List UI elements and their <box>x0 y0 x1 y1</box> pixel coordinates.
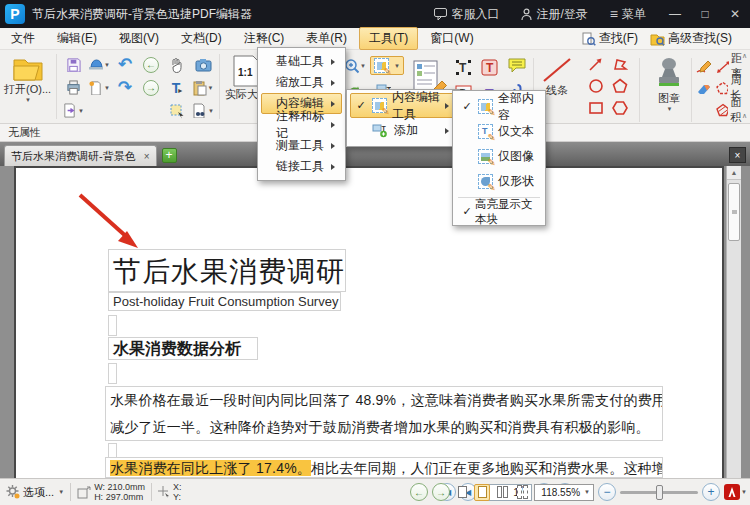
crosshair-icon <box>158 486 170 498</box>
toolbar-collapse2-icon[interactable]: ∧ <box>742 112 747 120</box>
support-button[interactable]: 客服入口 <box>426 6 507 23</box>
menu-view[interactable]: 视图(V) <box>109 27 169 50</box>
view-forward-button[interactable]: → <box>432 483 450 501</box>
continuous-mode-icon[interactable] <box>514 484 530 501</box>
doc-empty-block[interactable] <box>108 315 117 336</box>
zoom-in-button[interactable]: + <box>702 483 720 501</box>
doc-paragraph-block[interactable]: 水果价格在最近一段时间内同比回落了 48.9%，这意味着消费者购买水果所需支付的… <box>105 386 663 441</box>
export-page-icon[interactable]: ▼ <box>62 100 84 122</box>
save-icon[interactable] <box>62 54 84 76</box>
comment-note-icon[interactable] <box>506 55 528 77</box>
check-icon: ✓ <box>461 100 473 113</box>
polygon-line-shape-icon[interactable] <box>610 54 630 74</box>
two-page-mode-icon[interactable] <box>494 484 510 501</box>
tab-close-icon[interactable]: × <box>144 151 150 162</box>
document-close-button[interactable]: × <box>729 147 746 163</box>
toolbar-collapse-icon[interactable]: ∧ <box>742 52 747 60</box>
new-page-icon[interactable]: ▼ <box>88 77 110 99</box>
menu-item-text-only[interactable]: 仅文本 <box>456 119 542 144</box>
menu-tools[interactable]: 工具(T) <box>359 27 418 50</box>
eraser-icon[interactable] <box>694 78 714 98</box>
view-back-button[interactable]: ← <box>410 483 428 501</box>
status-bar: 选项... ▼ W: 210.0mmH: 297.0mm X:Y: |◀ ◀ 1… <box>0 478 750 505</box>
svg-text:1:1: 1:1 <box>238 67 253 78</box>
login-button[interactable]: 注册/登录 <box>513 6 595 23</box>
menu-item-content-edit-tool[interactable]: ✓ 内容编辑工具 <box>350 93 456 118</box>
area-tool-button[interactable]: 面积 <box>716 95 750 125</box>
options-button[interactable]: 选项... ▼ <box>0 479 70 505</box>
scroll-up-icon[interactable]: ▲ <box>727 166 741 180</box>
vertical-scrollbar[interactable]: ▲ <box>726 166 741 478</box>
zoom-slider-thumb[interactable] <box>656 485 663 500</box>
area-icon <box>716 103 728 117</box>
hand-tool-icon[interactable] <box>166 54 188 76</box>
stamp-dropdown-icon[interactable]: ▼ <box>667 106 673 112</box>
undo-icon[interactable]: ↶ <box>114 54 136 76</box>
content-edit-tool-button[interactable]: ▼ <box>370 56 404 75</box>
menubar: 文件 编辑(E) 视图(V) 文档(D) 注释(C) 表单(R) 工具(T) 窗… <box>0 28 750 50</box>
single-page-mode-icon[interactable] <box>454 484 470 501</box>
menu-item-image-only[interactable]: 仅图像 <box>456 144 542 169</box>
titlebar: P 节后水果消费调研-背景色迅捷PDF编辑器 客服入口 注册/登录 ≡ 菜单 —… <box>0 0 750 28</box>
select-object-icon[interactable] <box>166 100 188 122</box>
stamp-button[interactable]: 图章 ▼ <box>650 54 688 115</box>
page-size-indicator: W: 210.0mmH: 297.0mm <box>71 479 151 505</box>
open-button[interactable]: 打开(O)... ▼ <box>0 50 55 123</box>
paste-icon[interactable]: ▼ <box>192 77 214 99</box>
svg-text:T: T <box>459 61 467 75</box>
text-box-tool-icon[interactable]: T <box>452 56 474 78</box>
minimize-button[interactable]: — <box>660 0 690 28</box>
perimeter-icon <box>716 81 728 95</box>
document-tab[interactable]: 节后水果消费调研-背景色 × <box>4 145 157 166</box>
menu-item-highlight-text-blocks[interactable]: ✓ 高亮显示文本块 <box>456 201 542 222</box>
stamp-tool-icon[interactable]: ▼ <box>88 54 110 76</box>
doc-empty-block[interactable] <box>108 363 117 384</box>
arrow-shape-icon[interactable] <box>586 54 606 74</box>
new-tab-button[interactable]: + <box>162 148 177 163</box>
zoom-level-select[interactable]: 118.55% ▼ <box>534 484 594 501</box>
find-button[interactable]: 查找(F) <box>578 29 642 48</box>
app-menu-button[interactable]: ≡ 菜单 <box>602 6 654 23</box>
menu-document[interactable]: 文档(D) <box>171 27 232 50</box>
red-arrow-annotation[interactable] <box>70 190 154 260</box>
rectangle-shape-icon[interactable] <box>586 98 606 118</box>
pentagon-shape-icon[interactable] <box>610 76 630 96</box>
menu-window[interactable]: 窗口(W) <box>420 27 483 50</box>
adobe-pdf-button[interactable]: ▼ <box>724 484 747 500</box>
pencil-annotate-icon[interactable] <box>694 56 714 76</box>
close-button[interactable]: ✕ <box>720 0 750 28</box>
text-highlight-tool-icon[interactable]: T <box>478 56 500 78</box>
hexagon-shape-icon[interactable] <box>610 98 630 118</box>
maximize-button[interactable]: □ <box>690 0 720 28</box>
menu-item-zoom-tools[interactable]: 缩放工具 <box>261 72 342 93</box>
doc-subtitle-block[interactable]: Post-holiday Fruit Consumption Survey <box>108 292 341 311</box>
menu-item-basic-tools[interactable]: 基础工具 <box>261 51 342 72</box>
menu-item-shape-only[interactable]: 仅形状 <box>456 169 542 194</box>
fit-width-mode-icon[interactable] <box>474 484 490 501</box>
menu-item-link-tools[interactable]: 链接工具 <box>261 156 342 177</box>
menu-item-measure-tools[interactable]: 测量工具 <box>261 135 342 156</box>
menu-item-all-content[interactable]: ✓ 全部内容 <box>456 94 542 119</box>
circle-shape-icon[interactable] <box>586 76 606 96</box>
zoom-in-tool-icon[interactable]: ▼ <box>344 55 366 77</box>
redo-icon[interactable]: ↷ <box>114 77 136 99</box>
menu-item-comment-markup[interactable]: 注释和标记 <box>261 114 342 135</box>
forward-icon[interactable]: → <box>140 77 162 99</box>
back-icon[interactable]: ← <box>140 54 162 76</box>
menu-file[interactable]: 文件 <box>1 27 45 50</box>
open-dropdown-icon[interactable]: ▼ <box>25 97 31 103</box>
search-document-icon[interactable]: ▼ <box>192 100 214 122</box>
advanced-find-button[interactable]: 高级查找(S) <box>646 29 736 48</box>
select-text-icon[interactable]: T▸ <box>166 77 188 99</box>
snapshot-camera-icon[interactable] <box>192 54 214 76</box>
menu-item-add-content[interactable]: T 添加 <box>350 118 456 143</box>
doc-heading-block[interactable]: 水果消费数据分析 <box>108 337 258 360</box>
scrollbar-thumb[interactable] <box>728 183 740 241</box>
zoom-out-button[interactable]: − <box>598 483 616 501</box>
zoom-slider[interactable] <box>620 491 698 494</box>
doc-paragraph2-block[interactable]: 水果消费在同比上涨了 17.4%。相比去年同期，人们正在更多地购买和消费水果。这… <box>105 457 663 478</box>
print-icon[interactable] <box>62 77 84 99</box>
document-viewport[interactable]: 节后水果消费调研 Post-holiday Fruit Consumption … <box>0 166 750 478</box>
adobe-pdf-icon <box>724 484 740 500</box>
menu-edit[interactable]: 编辑(E) <box>47 27 107 50</box>
